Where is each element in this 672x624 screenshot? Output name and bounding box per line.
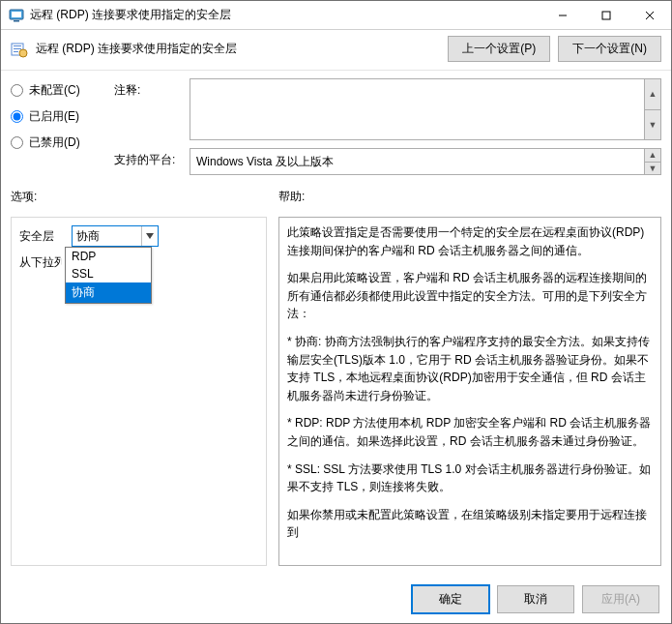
- svg-rect-8: [14, 45, 21, 46]
- combobox-value: 协商: [76, 228, 100, 245]
- help-textbox[interactable]: 此策略设置指定是否需要使用一个特定的安全层在远程桌面协议(RDP)连接期间保护的…: [278, 217, 661, 566]
- svg-rect-2: [14, 20, 19, 22]
- options-panel: 安全层 协商 从下拉列 RDP SSL 协商: [11, 217, 267, 566]
- help-p4: * RDP: RDP 方法使用本机 RDP 加密安全客户端和 RD 会话主机服务…: [287, 414, 653, 450]
- platform-label: 支持的平台:: [114, 148, 182, 168]
- dropdown-item-rdp[interactable]: RDP: [66, 248, 151, 265]
- window-controls: [541, 1, 671, 29]
- comment-textarea[interactable]: ▲ ▼: [190, 78, 661, 140]
- help-p3: * 协商: 协商方法强制执行的客户端程序支持的最安全方法。如果支持传输层安全(T…: [287, 333, 653, 404]
- radio-enabled-label: 已启用(E): [29, 108, 79, 125]
- radio-not-configured[interactable]: 未配置(C): [11, 82, 102, 99]
- app-icon: [9, 8, 24, 23]
- header-strip: 远程 (RDP) 连接要求使用指定的安全层 上一个设置(P) 下一个设置(N): [1, 30, 671, 71]
- dropdown-item-negotiate[interactable]: 协商: [66, 282, 151, 303]
- platform-value: Windows Vista 及以上版本: [196, 154, 334, 170]
- config-area: 未配置(C) 已启用(E) 已禁用(D) 注释: ▲ ▼: [1, 71, 671, 175]
- cancel-button[interactable]: 取消: [497, 585, 574, 613]
- radio-disabled-input[interactable]: [11, 136, 23, 149]
- svg-rect-1: [12, 12, 21, 17]
- svg-rect-4: [602, 12, 610, 19]
- options-section-label: 选项:: [11, 189, 267, 205]
- security-layer-combobox[interactable]: 协商: [72, 225, 159, 247]
- ok-button[interactable]: 确定: [412, 585, 489, 613]
- maximize-button[interactable]: [584, 1, 628, 29]
- dropdown-item-ssl[interactable]: SSL: [66, 265, 151, 282]
- down-arrow-icon[interactable]: ▼: [645, 110, 660, 140]
- radio-not-configured-label: 未配置(C): [29, 82, 80, 99]
- help-p6: 如果你禁用或未配置此策略设置，在组策略级别未指定要用于远程连接到: [287, 506, 653, 542]
- radio-not-configured-input[interactable]: [11, 84, 23, 97]
- platform-textbox: Windows Vista 及以上版本 ▲ ▼: [190, 148, 661, 175]
- down-arrow-icon[interactable]: ▼: [645, 163, 660, 175]
- chevron-down-icon[interactable]: [141, 226, 158, 246]
- lower-area: 安全层 协商 从下拉列 RDP SSL 协商 此策略设置指定是否需要使用一个特定…: [1, 211, 671, 576]
- svg-rect-9: [14, 48, 21, 49]
- apply-button[interactable]: 应用(A): [582, 585, 659, 613]
- radio-enabled[interactable]: 已启用(E): [11, 108, 102, 125]
- below-clipped-label: 从下拉列: [19, 254, 62, 271]
- security-layer-label: 安全层: [19, 228, 66, 245]
- svg-rect-10: [14, 51, 18, 52]
- help-section-label: 帮助:: [278, 189, 305, 205]
- state-radiogroup: 未配置(C) 已启用(E) 已禁用(D): [11, 78, 102, 175]
- titlebar: 远程 (RDP) 连接要求使用指定的安全层: [1, 1, 671, 30]
- security-layer-dropdown[interactable]: RDP SSL 协商: [65, 247, 152, 304]
- next-setting-button[interactable]: 下一个设置(N): [558, 36, 661, 62]
- close-button[interactable]: [628, 1, 671, 29]
- radio-enabled-input[interactable]: [11, 110, 23, 123]
- minimize-button[interactable]: [541, 1, 584, 29]
- comment-spinner[interactable]: ▲ ▼: [644, 79, 660, 139]
- dialog-window: 远程 (RDP) 连接要求使用指定的安全层 远程 (RDP) 连接要求使用指: [0, 0, 672, 624]
- help-p5: * SSL: SSL 方法要求使用 TLS 1.0 对会话主机服务器进行身份验证…: [287, 461, 653, 496]
- svg-point-11: [19, 49, 27, 57]
- bottom-button-bar: 确定 取消 应用(A): [1, 576, 671, 623]
- fields: 注释: ▲ ▼ 支持的平台: Windows Vista 及以上版本 ▲ ▼: [114, 78, 661, 175]
- help-panel-wrap: 此策略设置指定是否需要使用一个特定的安全层在远程桌面协议(RDP)连接期间保护的…: [278, 217, 661, 566]
- previous-setting-button[interactable]: 上一个设置(P): [448, 36, 550, 62]
- help-p2: 如果启用此策略设置，客户端和 RD 会话主机服务器的远程连接期间的所有通信都必须…: [287, 269, 653, 323]
- help-p1: 此策略设置指定是否需要使用一个特定的安全层在远程桌面协议(RDP)连接期间保护的…: [287, 223, 653, 259]
- comment-label: 注释:: [114, 78, 182, 99]
- window-title: 远程 (RDP) 连接要求使用指定的安全层: [30, 7, 541, 23]
- radio-disabled[interactable]: 已禁用(D): [11, 134, 102, 151]
- policy-icon: [11, 41, 28, 58]
- up-arrow-icon[interactable]: ▲: [645, 149, 660, 163]
- platform-row: 支持的平台: Windows Vista 及以上版本 ▲ ▼: [114, 148, 661, 175]
- comment-row: 注释: ▲ ▼: [114, 78, 661, 140]
- platform-spinner[interactable]: ▲ ▼: [644, 149, 660, 174]
- section-labels: 选项: 帮助:: [1, 175, 671, 211]
- up-arrow-icon[interactable]: ▲: [645, 79, 660, 110]
- radio-disabled-label: 已禁用(D): [29, 134, 80, 151]
- security-layer-row: 安全层 协商: [19, 225, 258, 247]
- header-title: 远程 (RDP) 连接要求使用指定的安全层: [36, 41, 440, 57]
